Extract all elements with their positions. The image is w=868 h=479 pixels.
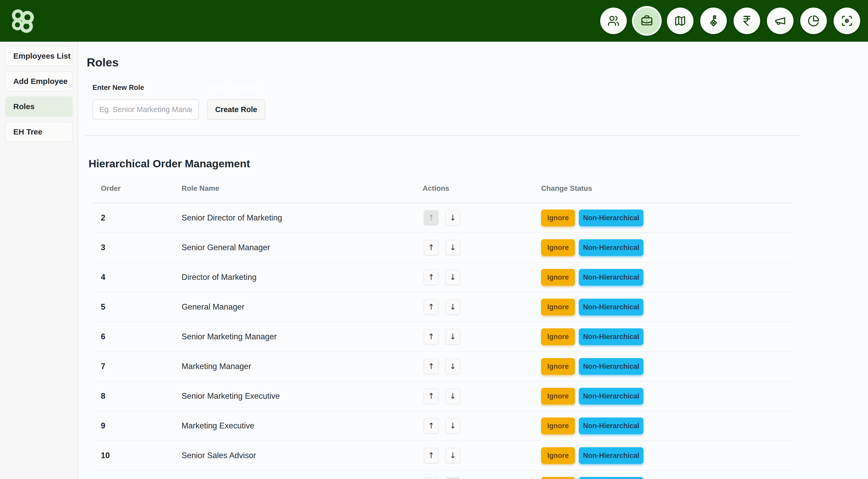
row-role-name: Senior Marketing Executive <box>182 391 423 401</box>
app-logo-icon <box>11 9 35 33</box>
hierarchy-section-title: Hierarchical Order Management <box>89 158 868 170</box>
table-row: 5 General Manager ↑ ↓ Ignore Non-Hierarc… <box>92 292 793 322</box>
main-content: Roles Enter New Role Click to Submit Cre… <box>78 42 868 479</box>
row-order: 9 <box>92 421 182 430</box>
row-role-name: General Manager <box>182 302 423 312</box>
sidebar-item-roles[interactable]: Roles <box>5 96 73 117</box>
move-down-button[interactable]: ↓ <box>445 210 460 226</box>
move-up-button[interactable]: ↑ <box>424 269 439 285</box>
row-role-name: Senior Director of Marketing <box>182 213 423 222</box>
move-down-button[interactable]: ↓ <box>445 418 460 433</box>
ignore-button[interactable]: Ignore <box>541 299 575 315</box>
row-order: 10 <box>92 451 182 460</box>
non-hierarchical-button[interactable]: Non-Hierarchical <box>579 269 644 286</box>
megaphone-icon <box>774 15 786 27</box>
sidebar-item-eh-tree[interactable]: EH Tree <box>5 122 73 142</box>
row-role-name: Senior General Manager <box>182 243 423 252</box>
page-title: Roles <box>87 56 868 69</box>
row-order: 2 <box>92 213 182 222</box>
map-icon <box>674 15 686 27</box>
table-row: 7 Marketing Manager ↑ ↓ Ignore Non-Hiera… <box>92 352 793 382</box>
table-row: 11 Sales Advisor ↑ ↓ Ignore Non-Hierarch… <box>92 471 793 479</box>
column-header-order: Order <box>92 184 182 192</box>
sidebar-item-employees-list[interactable]: Employees List <box>5 46 73 66</box>
briefcase-icon-button[interactable] <box>633 7 660 34</box>
ignore-button[interactable]: Ignore <box>541 269 575 286</box>
non-hierarchical-button[interactable]: Non-Hierarchical <box>579 418 644 434</box>
row-order: 8 <box>92 391 182 401</box>
table-row: 6 Senior Marketing Manager ↑ ↓ Ignore No… <box>92 322 793 352</box>
non-hierarchical-button[interactable]: Non-Hierarchical <box>579 210 644 226</box>
move-down-button[interactable]: ↓ <box>445 240 460 256</box>
move-down-button[interactable]: ↓ <box>445 299 460 315</box>
move-up-button[interactable]: ↑ <box>424 359 439 374</box>
ignore-button[interactable]: Ignore <box>541 388 575 405</box>
table-row: 9 Marketing Executive ↑ ↓ Ignore Non-Hie… <box>92 411 793 441</box>
column-header-actions: Actions <box>423 184 541 192</box>
focus-scan-icon-button[interactable] <box>834 7 860 34</box>
sidebar-item-add-employee[interactable]: Add Employee <box>5 71 73 91</box>
new-role-input[interactable] <box>92 99 199 120</box>
rupee-icon <box>741 15 753 27</box>
ignore-button[interactable]: Ignore <box>541 418 575 434</box>
table-header-row: Order Role Name Actions Change Status <box>92 174 793 203</box>
focus-scan-icon <box>841 15 853 27</box>
ignore-button[interactable]: Ignore <box>541 358 575 375</box>
non-hierarchical-button[interactable]: Non-Hierarchical <box>579 299 644 315</box>
ignore-button[interactable]: Ignore <box>541 477 575 479</box>
move-up-button[interactable]: ↑ <box>424 299 439 315</box>
non-hierarchical-button[interactable]: Non-Hierarchical <box>579 358 644 375</box>
megaphone-icon-button[interactable] <box>767 7 794 34</box>
non-hierarchical-button[interactable]: Non-Hierarchical <box>579 388 644 405</box>
column-header-change-status: Change Status <box>541 184 793 192</box>
pie-chart-icon-button[interactable] <box>800 7 827 34</box>
ignore-button[interactable]: Ignore <box>541 328 575 345</box>
non-hierarchical-button[interactable]: Non-Hierarchical <box>579 447 644 464</box>
non-hierarchical-button[interactable]: Non-Hierarchical <box>579 328 644 345</box>
rupee-icon-button[interactable] <box>734 7 760 34</box>
section-divider <box>84 135 800 136</box>
create-role-button[interactable]: Create Role <box>207 99 265 120</box>
sidebar: Employees List Add Employee Roles EH Tre… <box>0 42 78 479</box>
move-down-button[interactable]: ↓ <box>445 388 460 404</box>
move-down-button[interactable]: ↓ <box>445 448 460 463</box>
milestone-flag-icon <box>708 15 719 27</box>
row-role-name: Senior Marketing Manager <box>182 332 423 341</box>
move-up-button[interactable]: ↑ <box>424 240 439 256</box>
move-up-button[interactable]: ↑ <box>424 329 439 345</box>
table-row: 3 Senior General Manager ↑ ↓ Ignore Non-… <box>92 233 793 263</box>
move-down-button[interactable]: ↓ <box>445 359 460 374</box>
move-up-button[interactable]: ↑ <box>424 388 439 404</box>
row-order: 3 <box>92 243 182 252</box>
move-up-button[interactable]: ↑ <box>424 210 439 226</box>
table-body: 2 Senior Director of Marketing ↑ ↓ Ignor… <box>92 203 793 479</box>
move-up-button[interactable]: ↑ <box>424 477 439 479</box>
pie-chart-icon <box>808 15 819 27</box>
row-order: 6 <box>92 332 182 341</box>
ignore-button[interactable]: Ignore <box>541 210 575 226</box>
app-header <box>0 0 868 42</box>
move-down-button[interactable]: ↓ <box>445 269 460 285</box>
row-order: 4 <box>92 273 182 282</box>
non-hierarchical-button[interactable]: Non-Hierarchical <box>579 477 644 479</box>
table-row: 8 Senior Marketing Executive ↑ ↓ Ignore … <box>92 382 793 411</box>
non-hierarchical-button[interactable]: Non-Hierarchical <box>579 239 644 256</box>
move-up-button[interactable]: ↑ <box>424 418 439 433</box>
column-header-role-name: Role Name <box>182 184 423 192</box>
click-to-submit-hint: Click to Submit <box>208 84 260 92</box>
move-down-button[interactable]: ↓ <box>445 329 460 345</box>
table-row: 10 Senior Sales Advisor ↑ ↓ Ignore Non-H… <box>92 441 793 471</box>
ignore-button[interactable]: Ignore <box>541 239 575 256</box>
header-nav <box>600 7 860 34</box>
move-up-button[interactable]: ↑ <box>424 448 439 463</box>
ignore-button[interactable]: Ignore <box>541 447 575 464</box>
milestone-flag-icon-button[interactable] <box>700 7 727 34</box>
users-icon <box>608 15 619 27</box>
map-icon-button[interactable] <box>667 7 693 34</box>
row-order: 5 <box>92 302 182 312</box>
row-role-name: Marketing Manager <box>182 362 423 371</box>
briefcase-icon <box>641 15 653 27</box>
users-icon-button[interactable] <box>600 7 627 34</box>
move-down-button[interactable]: ↓ <box>445 477 460 479</box>
table-row: 4 Director of Marketing ↑ ↓ Ignore Non-H… <box>92 263 793 292</box>
